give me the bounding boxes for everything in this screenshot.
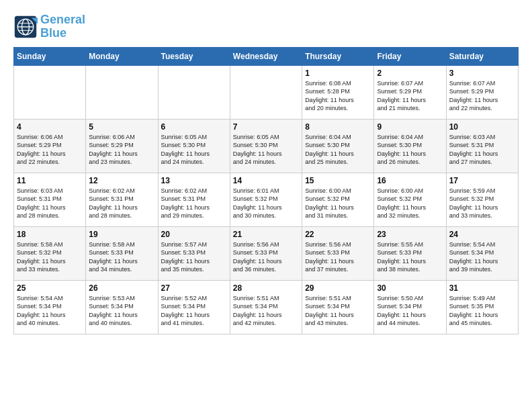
logo-text: GeneralBlue: [40, 13, 85, 40]
day-info: Sunrise: 5:56 AM Sunset: 5:33 PM Dayligh…: [233, 240, 299, 274]
calendar-cell: 23Sunrise: 5:55 AM Sunset: 5:33 PM Dayli…: [374, 226, 446, 280]
calendar-week-row: 11Sunrise: 6:03 AM Sunset: 5:31 PM Dayli…: [14, 173, 519, 226]
day-number: 7: [233, 122, 299, 132]
calendar-cell: 4Sunrise: 6:06 AM Sunset: 5:29 PM Daylig…: [14, 119, 86, 173]
logo: GeneralBlue: [13, 13, 85, 40]
day-number: 27: [161, 283, 227, 293]
calendar-cell: 12Sunrise: 6:02 AM Sunset: 5:31 PM Dayli…: [86, 173, 158, 226]
day-number: 18: [17, 230, 83, 239]
day-info: Sunrise: 5:55 AM Sunset: 5:33 PM Dayligh…: [377, 240, 443, 274]
calendar-cell: [14, 65, 86, 119]
day-number: 19: [89, 230, 154, 239]
calendar-cell: 5Sunrise: 6:06 AM Sunset: 5:29 PM Daylig…: [86, 119, 158, 173]
day-info: Sunrise: 5:50 AM Sunset: 5:34 PM Dayligh…: [377, 294, 443, 328]
day-number: 9: [377, 122, 443, 132]
calendar-cell: 15Sunrise: 6:00 AM Sunset: 5:32 PM Dayli…: [302, 173, 374, 226]
calendar-cell: 25Sunrise: 5:54 AM Sunset: 5:34 PM Dayli…: [14, 280, 86, 334]
calendar-cell: 31Sunrise: 5:49 AM Sunset: 5:35 PM Dayli…: [446, 280, 518, 334]
day-number: 15: [305, 176, 371, 185]
day-info: Sunrise: 5:52 AM Sunset: 5:34 PM Dayligh…: [161, 294, 227, 328]
weekday-header: Wednesday: [230, 47, 302, 65]
day-number: 22: [305, 230, 371, 239]
day-number: 17: [449, 176, 515, 185]
day-number: 8: [305, 122, 371, 132]
day-info: Sunrise: 5:59 AM Sunset: 5:32 PM Dayligh…: [449, 187, 515, 220]
day-info: Sunrise: 6:04 AM Sunset: 5:30 PM Dayligh…: [305, 133, 371, 167]
day-number: 11: [17, 176, 83, 185]
calendar-cell: 26Sunrise: 5:53 AM Sunset: 5:34 PM Dayli…: [86, 280, 158, 334]
weekday-header: Tuesday: [158, 47, 230, 65]
calendar-week-row: 1Sunrise: 6:08 AM Sunset: 5:28 PM Daylig…: [14, 65, 519, 119]
day-info: Sunrise: 5:54 AM Sunset: 5:34 PM Dayligh…: [449, 240, 515, 274]
day-number: 5: [89, 122, 154, 132]
calendar-cell: 10Sunrise: 6:03 AM Sunset: 5:31 PM Dayli…: [446, 119, 518, 173]
calendar-cell: 1Sunrise: 6:08 AM Sunset: 5:28 PM Daylig…: [302, 65, 374, 119]
day-info: Sunrise: 6:03 AM Sunset: 5:31 PM Dayligh…: [17, 187, 83, 220]
day-number: 14: [233, 176, 299, 185]
day-number: 4: [17, 122, 83, 132]
day-number: 16: [377, 176, 443, 185]
calendar-cell: 14Sunrise: 6:01 AM Sunset: 5:32 PM Dayli…: [230, 173, 302, 226]
day-info: Sunrise: 6:02 AM Sunset: 5:31 PM Dayligh…: [89, 187, 154, 220]
weekday-row: SundayMondayTuesdayWednesdayThursdayFrid…: [14, 47, 519, 65]
day-info: Sunrise: 6:01 AM Sunset: 5:32 PM Dayligh…: [233, 187, 299, 220]
weekday-header: Monday: [86, 47, 158, 65]
day-info: Sunrise: 6:06 AM Sunset: 5:29 PM Dayligh…: [89, 133, 154, 167]
calendar-cell: 9Sunrise: 6:04 AM Sunset: 5:30 PM Daylig…: [374, 119, 446, 173]
calendar-body: 1Sunrise: 6:08 AM Sunset: 5:28 PM Daylig…: [14, 65, 519, 334]
day-number: 1: [305, 68, 371, 78]
day-number: 23: [377, 230, 443, 239]
logo-icon: [13, 15, 38, 39]
day-number: 24: [449, 230, 515, 239]
calendar-cell: 6Sunrise: 6:05 AM Sunset: 5:30 PM Daylig…: [158, 119, 230, 173]
calendar-cell: 16Sunrise: 6:00 AM Sunset: 5:32 PM Dayli…: [374, 173, 446, 226]
day-number: 12: [89, 176, 154, 185]
calendar-cell: 11Sunrise: 6:03 AM Sunset: 5:31 PM Dayli…: [14, 173, 86, 226]
day-info: Sunrise: 6:02 AM Sunset: 5:31 PM Dayligh…: [161, 187, 227, 220]
day-info: Sunrise: 6:05 AM Sunset: 5:30 PM Dayligh…: [161, 133, 227, 167]
day-number: 28: [233, 283, 299, 293]
calendar-cell: 21Sunrise: 5:56 AM Sunset: 5:33 PM Dayli…: [230, 226, 302, 280]
calendar-table: SundayMondayTuesdayWednesdayThursdayFrid…: [13, 47, 519, 334]
day-number: 30: [377, 283, 443, 293]
day-info: Sunrise: 6:03 AM Sunset: 5:31 PM Dayligh…: [449, 133, 515, 167]
day-number: 6: [161, 122, 227, 132]
calendar-cell: [158, 65, 230, 119]
day-info: Sunrise: 5:51 AM Sunset: 5:34 PM Dayligh…: [233, 294, 299, 328]
calendar-cell: 24Sunrise: 5:54 AM Sunset: 5:34 PM Dayli…: [446, 226, 518, 280]
day-info: Sunrise: 5:57 AM Sunset: 5:33 PM Dayligh…: [161, 240, 227, 274]
day-number: 26: [89, 283, 154, 293]
calendar-cell: 18Sunrise: 5:58 AM Sunset: 5:32 PM Dayli…: [14, 226, 86, 280]
day-number: 25: [17, 283, 83, 293]
day-number: 31: [449, 283, 515, 293]
day-number: 2: [377, 68, 443, 78]
day-info: Sunrise: 6:00 AM Sunset: 5:32 PM Dayligh…: [305, 187, 371, 220]
day-info: Sunrise: 5:49 AM Sunset: 5:35 PM Dayligh…: [449, 294, 515, 328]
day-info: Sunrise: 5:53 AM Sunset: 5:34 PM Dayligh…: [89, 294, 154, 328]
calendar-cell: 7Sunrise: 6:05 AM Sunset: 5:30 PM Daylig…: [230, 119, 302, 173]
weekday-header: Saturday: [446, 47, 518, 65]
day-number: 29: [305, 283, 371, 293]
day-info: Sunrise: 6:05 AM Sunset: 5:30 PM Dayligh…: [233, 133, 299, 167]
day-info: Sunrise: 6:06 AM Sunset: 5:29 PM Dayligh…: [17, 133, 83, 167]
calendar-cell: 19Sunrise: 5:58 AM Sunset: 5:33 PM Dayli…: [86, 226, 158, 280]
calendar-header: SundayMondayTuesdayWednesdayThursdayFrid…: [14, 47, 519, 65]
calendar-cell: 28Sunrise: 5:51 AM Sunset: 5:34 PM Dayli…: [230, 280, 302, 334]
day-number: 21: [233, 230, 299, 239]
day-info: Sunrise: 6:07 AM Sunset: 5:29 PM Dayligh…: [449, 79, 515, 113]
day-number: 20: [161, 230, 227, 239]
day-info: Sunrise: 5:54 AM Sunset: 5:34 PM Dayligh…: [17, 294, 83, 328]
calendar-cell: 8Sunrise: 6:04 AM Sunset: 5:30 PM Daylig…: [302, 119, 374, 173]
day-number: 10: [449, 122, 515, 132]
page-header: GeneralBlue: [13, 13, 519, 40]
day-info: Sunrise: 6:07 AM Sunset: 5:29 PM Dayligh…: [377, 79, 443, 113]
weekday-header: Sunday: [14, 47, 86, 65]
calendar-cell: 30Sunrise: 5:50 AM Sunset: 5:34 PM Dayli…: [374, 280, 446, 334]
day-info: Sunrise: 5:56 AM Sunset: 5:33 PM Dayligh…: [305, 240, 371, 274]
calendar-cell: [230, 65, 302, 119]
calendar-cell: 2Sunrise: 6:07 AM Sunset: 5:29 PM Daylig…: [374, 65, 446, 119]
day-info: Sunrise: 6:00 AM Sunset: 5:32 PM Dayligh…: [377, 187, 443, 220]
calendar-week-row: 25Sunrise: 5:54 AM Sunset: 5:34 PM Dayli…: [14, 280, 519, 334]
calendar-cell: 17Sunrise: 5:59 AM Sunset: 5:32 PM Dayli…: [446, 173, 518, 226]
day-info: Sunrise: 6:04 AM Sunset: 5:30 PM Dayligh…: [377, 133, 443, 167]
